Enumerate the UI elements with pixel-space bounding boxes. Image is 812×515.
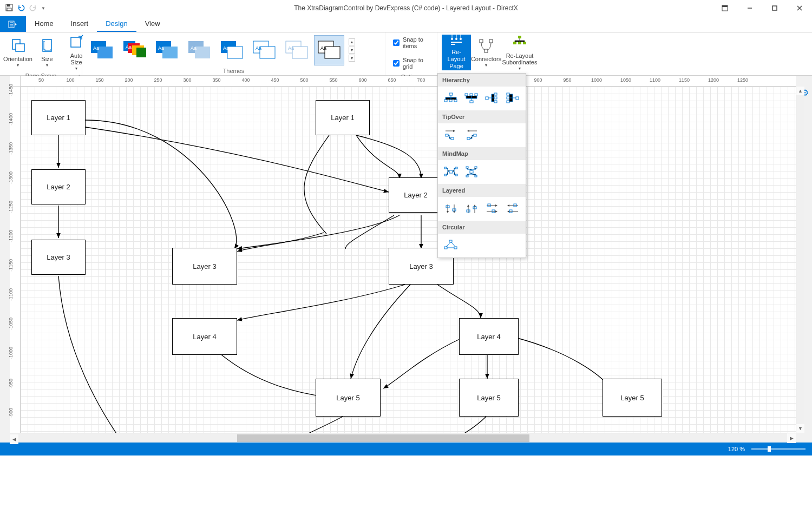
undo-icon[interactable] bbox=[17, 4, 25, 13]
svg-rect-63 bbox=[475, 94, 477, 96]
theme-outline-light[interactable]: Aa bbox=[281, 35, 312, 65]
node-layer2-b[interactable]: Layer 2 bbox=[389, 177, 443, 213]
tipover-rtl[interactable] bbox=[463, 128, 480, 143]
tipover-ltr[interactable] bbox=[442, 128, 460, 143]
mindmap-horizontal[interactable] bbox=[442, 164, 460, 180]
dropdown-section-circular: Circular bbox=[438, 221, 526, 234]
svg-text:Aa: Aa bbox=[158, 45, 164, 51]
ribbon: Orientation▾ Size▾ Auto Size▾ Page Setup… bbox=[0, 32, 812, 76]
mindmap-vertical[interactable] bbox=[463, 164, 480, 180]
zoom-slider[interactable] bbox=[751, 448, 806, 450]
tab-home[interactable]: Home bbox=[26, 16, 62, 32]
zoom-label[interactable]: 120 % bbox=[728, 446, 745, 452]
themes-group-label: Themes bbox=[223, 68, 245, 74]
svg-text:Aa: Aa bbox=[320, 45, 326, 51]
hierarchy-leftright[interactable] bbox=[483, 91, 501, 106]
maximize-button[interactable] bbox=[762, 0, 787, 16]
theme-soft-blue[interactable]: Aa bbox=[184, 35, 214, 65]
tab-insert[interactable]: Insert bbox=[62, 16, 97, 32]
dropdown-section-tipover: TipOver bbox=[438, 110, 526, 123]
svg-rect-56 bbox=[449, 93, 453, 95]
svg-text:Aa: Aa bbox=[288, 45, 294, 51]
svg-rect-4 bbox=[722, 5, 728, 7]
svg-rect-61 bbox=[465, 94, 468, 96]
themes-gallery-scroll[interactable]: ▴ ▾ ▾ bbox=[346, 36, 357, 64]
hierarchy-topdown[interactable] bbox=[442, 91, 460, 106]
svg-rect-52 bbox=[518, 36, 521, 38]
svg-rect-2 bbox=[7, 8, 11, 11]
layered-down[interactable] bbox=[442, 201, 460, 216]
node-layer3-a[interactable]: Layer 3 bbox=[31, 240, 86, 275]
relayout-dropdown: Hierarchy TipOver MindMap Layered Circul… bbox=[437, 73, 526, 258]
connectors-button[interactable]: Connectors▾ bbox=[471, 35, 501, 70]
theme-outline-blue[interactable]: Aa bbox=[249, 35, 279, 65]
svg-text:Aa: Aa bbox=[256, 45, 261, 51]
node-layer1-a[interactable]: Layer 1 bbox=[31, 100, 86, 135]
svg-rect-78 bbox=[444, 174, 447, 176]
node-layer1-b[interactable]: Layer 1 bbox=[316, 100, 370, 135]
svg-rect-53 bbox=[513, 42, 516, 44]
node-layer5-a[interactable]: Layer 5 bbox=[316, 379, 381, 417]
svg-rect-58 bbox=[449, 100, 452, 102]
svg-rect-49 bbox=[480, 39, 483, 43]
horizontal-scrollbar[interactable]: ◀ ▶ bbox=[10, 433, 796, 443]
svg-rect-16 bbox=[71, 37, 81, 47]
theme-blue[interactable]: Aa bbox=[87, 35, 117, 65]
relayout-page-button[interactable]: Re-Layout Page ▾ bbox=[442, 35, 471, 70]
svg-rect-70 bbox=[507, 97, 509, 99]
svg-point-47 bbox=[455, 38, 457, 40]
svg-rect-67 bbox=[494, 101, 497, 103]
size-button[interactable]: Size▾ bbox=[34, 35, 61, 70]
node-layer4-c[interactable]: Layer 4 bbox=[459, 318, 519, 355]
svg-rect-69 bbox=[507, 93, 509, 95]
layered-up[interactable] bbox=[463, 201, 480, 216]
svg-rect-72 bbox=[446, 134, 448, 136]
svg-rect-55 bbox=[523, 42, 526, 44]
orientation-button[interactable]: Orientation▾ bbox=[4, 35, 31, 70]
svg-rect-85 bbox=[475, 175, 477, 177]
tab-view[interactable]: View bbox=[136, 16, 169, 32]
tab-design[interactable]: Design bbox=[97, 16, 136, 32]
layered-right[interactable] bbox=[483, 201, 501, 216]
theme-multi[interactable]: Aa bbox=[119, 35, 149, 65]
window-title: The XtraDiagramControl by DevExpress (C#… bbox=[0, 4, 812, 12]
svg-rect-32 bbox=[227, 47, 243, 58]
snap-to-grid-checkbox[interactable]: Snap to grid bbox=[390, 55, 433, 71]
theme-blue-border[interactable]: Aa bbox=[217, 35, 247, 65]
hierarchy-rightleft[interactable] bbox=[504, 91, 521, 106]
vertical-scrollbar[interactable]: ▲ ▼ bbox=[796, 87, 804, 433]
qat-dropdown-icon[interactable]: ▼ bbox=[41, 6, 45, 11]
node-layer5-c[interactable]: Layer 5 bbox=[603, 379, 662, 417]
svg-rect-62 bbox=[470, 94, 473, 96]
svg-rect-71 bbox=[507, 101, 509, 103]
horizontal-ruler: 5010015020025030035040045050055060065070… bbox=[21, 76, 796, 87]
diagram-canvas[interactable]: Layer 1 Layer 2 Layer 3 Layer 1 Layer 2 … bbox=[21, 87, 796, 433]
node-layer5-b[interactable]: Layer 5 bbox=[459, 379, 519, 417]
node-layer2-a[interactable]: Layer 2 bbox=[31, 169, 86, 204]
relayout-subordinates-button[interactable]: Re-Layout Subordinates ▾ bbox=[501, 35, 538, 70]
hierarchy-bottomup[interactable] bbox=[463, 91, 480, 106]
snap-to-items-checkbox[interactable]: Snap to items bbox=[390, 35, 433, 51]
svg-rect-26 bbox=[162, 47, 178, 58]
close-button[interactable] bbox=[787, 0, 812, 16]
theme-blue-accent[interactable]: Aa bbox=[152, 35, 182, 65]
minimize-button[interactable] bbox=[737, 0, 762, 16]
svg-rect-54 bbox=[518, 42, 521, 44]
svg-rect-35 bbox=[260, 47, 275, 58]
node-layer3-b[interactable]: Layer 3 bbox=[172, 248, 237, 285]
dropdown-section-mindmap: MindMap bbox=[438, 147, 526, 160]
svg-rect-84 bbox=[466, 175, 468, 177]
circular-layout[interactable] bbox=[442, 238, 460, 253]
svg-rect-80 bbox=[455, 174, 457, 176]
redo-icon[interactable] bbox=[29, 4, 37, 13]
ribbon-toggle-icon[interactable] bbox=[712, 0, 737, 16]
save-icon[interactable] bbox=[5, 4, 13, 13]
node-layer4-b[interactable]: Layer 4 bbox=[172, 318, 237, 355]
svg-point-43 bbox=[451, 32, 453, 35]
svg-rect-14 bbox=[16, 44, 24, 51]
svg-rect-29 bbox=[195, 47, 210, 58]
theme-outline-black[interactable]: Aa bbox=[314, 35, 344, 65]
app-button[interactable] bbox=[0, 16, 26, 32]
svg-rect-23 bbox=[136, 48, 146, 57]
layered-left[interactable] bbox=[504, 201, 521, 216]
